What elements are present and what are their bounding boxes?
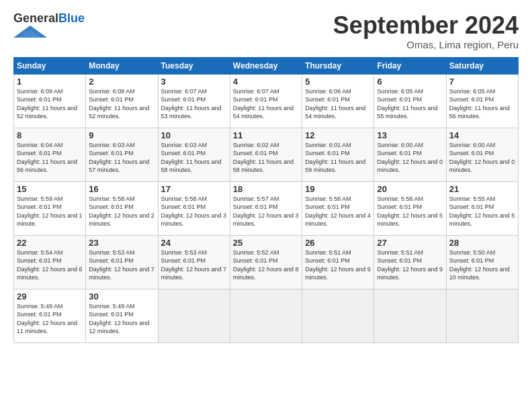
- day-cell: 22 Sunrise: 5:54 AMSunset: 6:01 PMDaylig…: [14, 235, 86, 289]
- page: GeneralBlue September 2024 Omas, Lima re…: [0, 0, 532, 350]
- day-number: 29: [17, 291, 83, 302]
- day-info: Sunrise: 5:51 AMSunset: 6:01 PMDaylight:…: [377, 248, 443, 282]
- day-number: 10: [161, 130, 227, 140]
- header-row: Sunday Monday Tuesday Wednesday Thursday…: [14, 57, 519, 74]
- day-info: Sunrise: 6:01 AMSunset: 6:01 PMDaylight:…: [305, 141, 371, 175]
- logo-icon: [13, 26, 47, 38]
- day-info: Sunrise: 6:00 AMSunset: 6:01 PMDaylight:…: [377, 141, 443, 175]
- day-cell: 5 Sunrise: 6:06 AMSunset: 6:01 PMDayligh…: [302, 74, 374, 128]
- day-info: Sunrise: 5:53 AMSunset: 6:01 PMDaylight:…: [89, 248, 154, 282]
- day-cell: 7 Sunrise: 6:05 AMSunset: 6:01 PMDayligh…: [446, 74, 518, 128]
- day-cell: 4 Sunrise: 6:07 AMSunset: 6:01 PMDayligh…: [230, 74, 302, 128]
- week-row-5: 29 Sunrise: 5:49 AMSunset: 6:01 PMDaylig…: [14, 289, 519, 342]
- day-info: Sunrise: 5:52 AMSunset: 6:01 PMDaylight:…: [233, 248, 299, 282]
- day-info: Sunrise: 6:00 AMSunset: 6:01 PMDaylight:…: [449, 141, 515, 175]
- day-cell: 24 Sunrise: 5:53 AMSunset: 6:01 PMDaylig…: [158, 235, 230, 289]
- day-info: Sunrise: 5:51 AMSunset: 6:01 PMDaylight:…: [305, 248, 371, 282]
- day-info: Sunrise: 5:55 AMSunset: 6:01 PMDaylight:…: [449, 195, 515, 228]
- day-info: Sunrise: 5:58 AMSunset: 6:01 PMDaylight:…: [161, 195, 227, 228]
- week-row-1: 1 Sunrise: 6:09 AMSunset: 6:01 PMDayligh…: [14, 74, 519, 128]
- day-cell: 15 Sunrise: 5:59 AMSunset: 6:01 PMDaylig…: [14, 181, 86, 235]
- title-block: September 2024 Omas, Lima region, Peru: [333, 12, 519, 50]
- day-number: 12: [305, 130, 371, 140]
- day-cell: 11 Sunrise: 6:02 AMSunset: 6:01 PMDaylig…: [230, 128, 302, 181]
- day-info: Sunrise: 6:03 AMSunset: 6:01 PMDaylight:…: [89, 141, 154, 175]
- day-number: 15: [17, 184, 83, 194]
- day-info: Sunrise: 5:50 AMSunset: 6:01 PMDaylight:…: [449, 248, 515, 282]
- week-row-3: 15 Sunrise: 5:59 AMSunset: 6:01 PMDaylig…: [14, 181, 519, 235]
- day-info: Sunrise: 5:59 AMSunset: 6:01 PMDaylight:…: [17, 195, 83, 228]
- day-number: 13: [377, 130, 443, 140]
- day-cell: 23 Sunrise: 5:53 AMSunset: 6:01 PMDaylig…: [86, 235, 158, 289]
- day-info: Sunrise: 6:07 AMSunset: 6:01 PMDaylight:…: [161, 87, 227, 121]
- day-cell: 27 Sunrise: 5:51 AMSunset: 6:01 PMDaylig…: [374, 235, 446, 289]
- logo-blue: Blue: [58, 11, 85, 25]
- day-number: 22: [17, 238, 83, 248]
- day-number: 17: [161, 184, 227, 194]
- day-number: 3: [161, 77, 227, 87]
- day-cell: 20 Sunrise: 5:56 AMSunset: 6:01 PMDaylig…: [374, 181, 446, 235]
- day-cell: [302, 289, 374, 342]
- day-number: 23: [89, 238, 154, 248]
- day-info: Sunrise: 5:53 AMSunset: 6:01 PMDaylight:…: [161, 248, 227, 282]
- day-info: Sunrise: 6:04 AMSunset: 6:01 PMDaylight:…: [17, 141, 83, 175]
- day-cell: 12 Sunrise: 6:01 AMSunset: 6:01 PMDaylig…: [302, 128, 374, 181]
- day-number: 14: [449, 130, 515, 140]
- day-cell: 18 Sunrise: 5:57 AMSunset: 6:01 PMDaylig…: [230, 181, 302, 235]
- day-info: Sunrise: 5:56 AMSunset: 6:01 PMDaylight:…: [377, 195, 443, 228]
- day-cell: 2 Sunrise: 6:08 AMSunset: 6:01 PMDayligh…: [86, 74, 158, 128]
- day-number: 4: [233, 77, 299, 87]
- day-number: 6: [377, 77, 443, 87]
- day-number: 18: [233, 184, 299, 194]
- day-number: 27: [377, 238, 443, 248]
- logo-general: General: [13, 11, 58, 25]
- day-number: 7: [449, 77, 515, 87]
- day-cell: 10 Sunrise: 6:03 AMSunset: 6:01 PMDaylig…: [158, 128, 230, 181]
- day-cell: 29 Sunrise: 5:49 AMSunset: 6:01 PMDaylig…: [14, 289, 86, 342]
- day-cell: 8 Sunrise: 6:04 AMSunset: 6:01 PMDayligh…: [14, 128, 86, 181]
- col-monday: Monday: [86, 57, 158, 74]
- col-thursday: Thursday: [302, 57, 374, 74]
- day-number: 1: [17, 77, 83, 87]
- day-info: Sunrise: 6:08 AMSunset: 6:01 PMDaylight:…: [89, 87, 154, 121]
- day-info: Sunrise: 6:07 AMSunset: 6:01 PMDaylight:…: [233, 87, 299, 121]
- col-saturday: Saturday: [446, 57, 518, 74]
- day-number: 21: [449, 184, 515, 194]
- day-info: Sunrise: 5:54 AMSunset: 6:01 PMDaylight:…: [17, 248, 83, 282]
- month-title: September 2024: [333, 12, 519, 39]
- day-info: Sunrise: 6:09 AMSunset: 6:01 PMDaylight:…: [17, 87, 83, 121]
- day-number: 16: [89, 184, 154, 194]
- day-number: 26: [305, 238, 371, 248]
- day-cell: 19 Sunrise: 5:56 AMSunset: 6:01 PMDaylig…: [302, 181, 374, 235]
- day-number: 8: [17, 130, 83, 140]
- day-cell: [158, 289, 230, 342]
- day-number: 19: [305, 184, 371, 194]
- day-cell: 1 Sunrise: 6:09 AMSunset: 6:01 PMDayligh…: [14, 74, 86, 128]
- day-cell: 13 Sunrise: 6:00 AMSunset: 6:01 PMDaylig…: [374, 128, 446, 181]
- day-number: 9: [89, 130, 154, 140]
- week-row-2: 8 Sunrise: 6:04 AMSunset: 6:01 PMDayligh…: [14, 128, 519, 181]
- col-friday: Friday: [374, 57, 446, 74]
- day-cell: [374, 289, 446, 342]
- day-info: Sunrise: 6:02 AMSunset: 6:01 PMDaylight:…: [233, 141, 299, 175]
- day-cell: 3 Sunrise: 6:07 AMSunset: 6:01 PMDayligh…: [158, 74, 230, 128]
- col-tuesday: Tuesday: [158, 57, 230, 74]
- day-cell: 9 Sunrise: 6:03 AMSunset: 6:01 PMDayligh…: [86, 128, 158, 181]
- day-info: Sunrise: 6:03 AMSunset: 6:01 PMDaylight:…: [161, 141, 227, 175]
- day-number: 25: [233, 238, 299, 248]
- day-info: Sunrise: 6:05 AMSunset: 6:01 PMDaylight:…: [449, 87, 515, 121]
- day-info: Sunrise: 5:49 AMSunset: 6:01 PMDaylight:…: [89, 302, 154, 336]
- day-info: Sunrise: 5:49 AMSunset: 6:01 PMDaylight:…: [17, 302, 83, 336]
- day-cell: 21 Sunrise: 5:55 AMSunset: 6:01 PMDaylig…: [446, 181, 518, 235]
- day-info: Sunrise: 6:05 AMSunset: 6:01 PMDaylight:…: [377, 87, 443, 121]
- col-sunday: Sunday: [14, 57, 86, 74]
- week-row-4: 22 Sunrise: 5:54 AMSunset: 6:01 PMDaylig…: [14, 235, 519, 289]
- day-number: 28: [449, 238, 515, 248]
- day-number: 2: [89, 77, 154, 87]
- col-wednesday: Wednesday: [230, 57, 302, 74]
- day-cell: 26 Sunrise: 5:51 AMSunset: 6:01 PMDaylig…: [302, 235, 374, 289]
- day-number: 30: [89, 291, 154, 302]
- day-number: 5: [305, 77, 371, 87]
- day-cell: 28 Sunrise: 5:50 AMSunset: 6:01 PMDaylig…: [446, 235, 518, 289]
- logo: GeneralBlue: [13, 12, 85, 40]
